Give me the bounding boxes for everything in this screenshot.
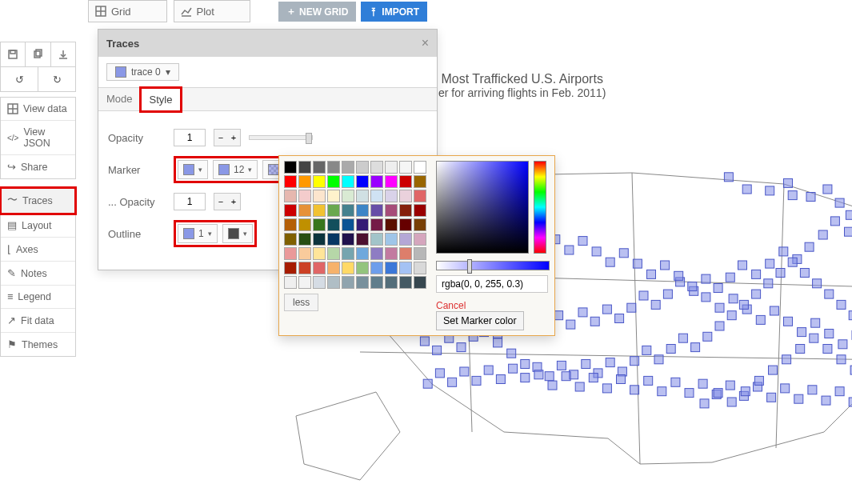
airport-marker[interactable] [818,230,827,239]
airport-marker[interactable] [615,314,624,323]
sidebar-item-notes[interactable]: ✎Notes [1,262,75,286]
palette-swatch[interactable] [414,262,426,274]
palette-swatch[interactable] [342,190,354,202]
airport-marker[interactable] [846,210,852,219]
opacity-input[interactable] [174,129,206,146]
palette-swatch[interactable] [370,262,383,274]
palette-swatch[interactable] [356,276,369,289]
download-button[interactable] [51,42,75,66]
palette-swatch[interactable] [356,218,369,231]
airport-marker[interactable] [806,193,815,202]
new-grid-button[interactable]: ＋NEW GRID [278,2,356,22]
airport-marker[interactable] [433,346,442,354]
palette-swatch[interactable] [284,247,297,260]
airport-marker[interactable] [738,261,747,270]
minus-button[interactable]: − [214,194,227,210]
palette-swatch[interactable] [370,161,383,174]
palette-swatch[interactable] [342,218,354,231]
palette-swatch[interactable] [385,247,398,260]
view-json-button[interactable]: </>View JSON [1,121,75,155]
palette-swatch[interactable] [298,161,311,174]
airport-marker[interactable] [627,303,636,312]
airport-marker[interactable] [617,375,626,384]
airport-marker[interactable] [754,376,763,385]
airport-marker[interactable] [592,247,601,256]
airport-marker[interactable] [557,361,566,370]
palette-swatch[interactable] [298,175,311,188]
palette-swatch[interactable] [356,262,369,274]
airport-marker[interactable] [633,259,642,268]
share-button[interactable]: ↪Share [1,155,75,178]
airport-marker[interactable] [606,358,614,367]
sidebar-item-legend[interactable]: ≡Legend [1,286,75,309]
palette-swatch[interactable] [327,233,340,246]
palette-swatch[interactable] [284,262,297,274]
palette-swatch[interactable] [327,247,340,260]
airport-marker[interactable] [420,337,429,346]
airport-marker[interactable] [630,386,639,394]
trace-select[interactable]: trace 0 ▾ [106,63,179,81]
airport-marker[interactable] [545,372,554,381]
import-button[interactable]: ⭱IMPORT [361,2,427,22]
palette-swatch[interactable] [284,276,297,289]
airport-marker[interactable] [642,346,651,354]
airport-marker[interactable] [835,387,844,396]
airport-marker[interactable] [729,294,738,303]
palette-less-button[interactable]: less [284,294,318,311]
palette-swatch[interactable] [399,218,412,231]
airport-marker[interactable] [796,345,805,354]
airport-marker[interactable] [788,258,797,266]
airport-marker[interactable] [639,291,648,300]
slider-knob[interactable] [306,133,312,144]
airport-marker[interactable] [849,311,852,320]
tab-style[interactable]: Style [141,88,182,111]
airport-marker[interactable] [703,332,712,341]
marker-opacity-stepper[interactable]: −+ [214,193,241,210]
airport-marker[interactable] [838,340,847,349]
airport-marker[interactable] [565,246,574,254]
palette-swatch[interactable] [414,276,426,289]
palette-swatch[interactable] [313,190,326,202]
palette-swatch[interactable] [370,190,383,202]
palette-swatch[interactable] [327,276,340,289]
airport-marker[interactable] [691,343,700,352]
airport-marker[interactable] [509,364,518,373]
airport-marker[interactable] [808,386,817,394]
airport-marker[interactable] [800,269,809,278]
airport-marker[interactable] [823,345,832,354]
alpha-knob[interactable] [467,259,472,274]
palette-swatch[interactable] [327,218,340,231]
palette-swatch[interactable] [414,175,426,188]
airport-marker[interactable] [837,355,846,364]
airport-marker[interactable] [742,185,751,194]
airport-marker[interactable] [521,360,530,369]
airport-marker[interactable] [654,355,663,364]
airport-marker[interactable] [766,259,774,268]
airport-marker[interactable] [678,334,687,342]
palette-swatch[interactable] [385,190,398,202]
airport-marker[interactable] [813,279,822,288]
palette-swatch[interactable] [414,247,426,260]
airport-marker[interactable] [726,273,734,282]
airport-marker[interactable] [630,357,639,366]
airport-marker[interactable] [810,334,818,342]
palette-swatch[interactable] [370,218,383,231]
marker-size-dropdown[interactable]: 12▾ [213,160,258,179]
palette-swatch[interactable] [313,175,326,188]
palette-swatch[interactable] [385,161,398,174]
palette-swatch[interactable] [342,276,354,289]
palette-swatch[interactable] [385,175,398,188]
airport-marker[interactable] [702,274,710,283]
palette-swatch[interactable] [385,204,398,217]
airport-marker[interactable] [700,399,709,408]
plot-tab[interactable]: Plot [174,0,250,22]
airport-marker[interactable] [727,398,736,406]
airport-marker[interactable] [727,311,736,320]
palette-swatch[interactable] [313,161,326,174]
airport-marker[interactable] [835,198,844,207]
airport-marker[interactable] [521,374,530,382]
airport-marker[interactable] [457,343,466,352]
airport-marker[interactable] [822,396,830,405]
palette-swatch[interactable] [284,190,297,202]
airport-marker[interactable] [782,355,791,364]
